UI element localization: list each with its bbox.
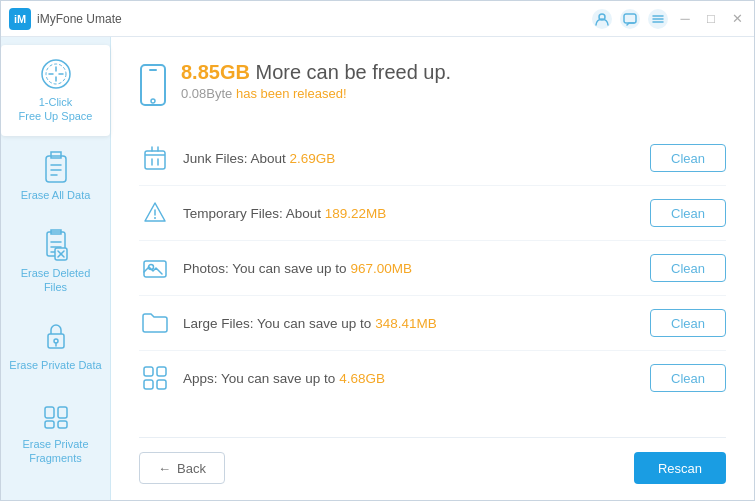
phone-icon	[139, 63, 167, 111]
sidebar: 1-ClickFree Up Space Erase All Data	[1, 37, 111, 500]
large-files-label: Large Files: You can save up to 348.41MB	[183, 316, 650, 331]
minimize-button[interactable]: ─	[676, 10, 694, 28]
apps-label: Apps: You can save up to 4.68GB	[183, 371, 650, 386]
temp-icon	[139, 201, 171, 225]
app-logo: iM	[9, 8, 31, 30]
svg-rect-28	[145, 151, 165, 169]
header-sub-text: 0.08Byte has been released!	[181, 86, 451, 101]
rescan-button[interactable]: Rescan	[634, 452, 726, 484]
sidebar-label-erase-private: Erase Private Data	[9, 358, 101, 372]
footer: ← Back Rescan	[139, 437, 726, 500]
app-title: iMyFone Umate	[37, 12, 592, 26]
close-button[interactable]: ✕	[728, 10, 746, 28]
svg-rect-21	[45, 407, 54, 418]
sidebar-label-erase-fragments: Erase Private Fragments	[9, 437, 102, 466]
trash-icon	[139, 146, 171, 170]
sidebar-label-erase-all: Erase All Data	[21, 188, 91, 202]
folder-icon	[139, 312, 171, 334]
clean-photos-button[interactable]: Clean	[650, 254, 726, 282]
titlebar-controls: ─ □ ✕	[592, 9, 746, 29]
sidebar-label-erase-deleted: Erase Deleted Files	[9, 266, 102, 295]
sidebar-item-one-click[interactable]: 1-ClickFree Up Space	[1, 45, 110, 136]
temp-files-label: Temporary Files: About 189.22MB	[183, 206, 650, 221]
sidebar-item-erase-fragments[interactable]: Erase Private Fragments	[1, 387, 110, 478]
list-item: Apps: You can save up to 4.68GB Clean	[139, 351, 726, 405]
sidebar-item-erase-all[interactable]: Erase All Data	[1, 138, 110, 214]
header-section: 8.85GB More can be freed up. 0.08Byte ha…	[139, 61, 726, 111]
menu-icon[interactable]	[648, 9, 668, 29]
sidebar-item-erase-deleted[interactable]: Erase Deleted Files	[1, 216, 110, 307]
photos-icon	[139, 258, 171, 278]
svg-point-27	[151, 99, 155, 103]
clean-large-button[interactable]: Clean	[650, 309, 726, 337]
content-area: 8.85GB More can be freed up. 0.08Byte ha…	[111, 37, 754, 500]
maximize-button[interactable]: □	[702, 10, 720, 28]
user-icon[interactable]	[592, 9, 612, 29]
app-window: iM iMyFone Umate	[0, 0, 755, 501]
header-text: 8.85GB More can be freed up. 0.08Byte ha…	[181, 61, 451, 101]
header-big-text: 8.85GB More can be freed up.	[181, 61, 451, 84]
svg-rect-7	[46, 156, 66, 182]
back-button[interactable]: ← Back	[139, 452, 225, 484]
svg-point-36	[154, 217, 156, 219]
clean-apps-button[interactable]: Clean	[650, 364, 726, 392]
sidebar-item-erase-private[interactable]: Erase Private Data	[1, 308, 110, 384]
list-item: Large Files: You can save up to 348.41MB…	[139, 296, 726, 351]
clean-temp-button[interactable]: Clean	[650, 199, 726, 227]
apps-icon	[139, 366, 171, 390]
clean-junk-button[interactable]: Clean	[650, 144, 726, 172]
main-layout: 1-ClickFree Up Space Erase All Data	[1, 37, 754, 500]
svg-rect-24	[58, 421, 67, 428]
svg-rect-41	[144, 380, 153, 389]
list-item: Junk Files: About 2.69GB Clean	[139, 131, 726, 186]
list-item: Temporary Files: About 189.22MB Clean	[139, 186, 726, 241]
chat-icon[interactable]	[620, 9, 640, 29]
released-amount: 0.08Byte	[181, 86, 232, 101]
freed-amount: 8.85GB	[181, 61, 250, 83]
list-item: Photos: You can save up to 967.00MB Clea…	[139, 241, 726, 296]
photos-label: Photos: You can save up to 967.00MB	[183, 261, 650, 276]
titlebar: iM iMyFone Umate	[1, 1, 754, 37]
svg-rect-39	[144, 367, 153, 376]
svg-rect-40	[157, 367, 166, 376]
svg-rect-22	[58, 407, 67, 418]
items-list: Junk Files: About 2.69GB Clean Te	[139, 131, 726, 433]
svg-rect-23	[45, 421, 54, 428]
sidebar-label-one-click: 1-ClickFree Up Space	[19, 95, 93, 124]
svg-rect-1	[624, 14, 636, 23]
junk-files-label: Junk Files: About 2.69GB	[183, 151, 650, 166]
back-arrow-icon: ←	[158, 461, 171, 476]
svg-rect-42	[157, 380, 166, 389]
